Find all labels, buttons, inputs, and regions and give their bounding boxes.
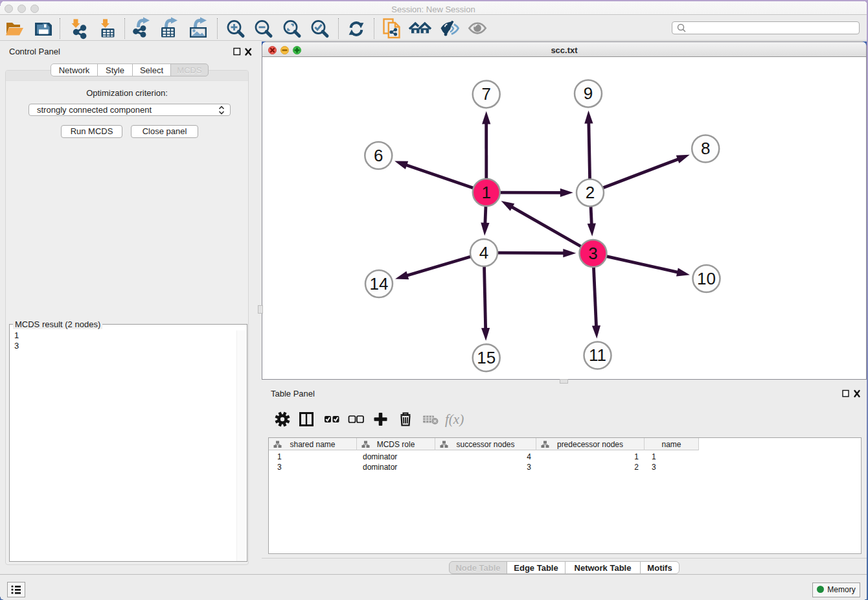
svg-text:11: 11 — [589, 345, 606, 365]
svg-text:10: 10 — [697, 269, 716, 288]
svg-text:15: 15 — [477, 348, 496, 367]
svg-text:6: 6 — [374, 146, 383, 165]
svg-text:3: 3 — [588, 244, 597, 263]
svg-text:9: 9 — [584, 84, 593, 103]
svg-text:14: 14 — [370, 274, 389, 294]
svg-text:f(x): f(x) — [445, 411, 464, 427]
svg-text:4: 4 — [479, 243, 488, 262]
svg-text:7: 7 — [481, 84, 490, 104]
svg-text:2: 2 — [586, 183, 595, 202]
svg-text:8: 8 — [701, 139, 710, 158]
svg-text:1: 1 — [482, 183, 491, 202]
